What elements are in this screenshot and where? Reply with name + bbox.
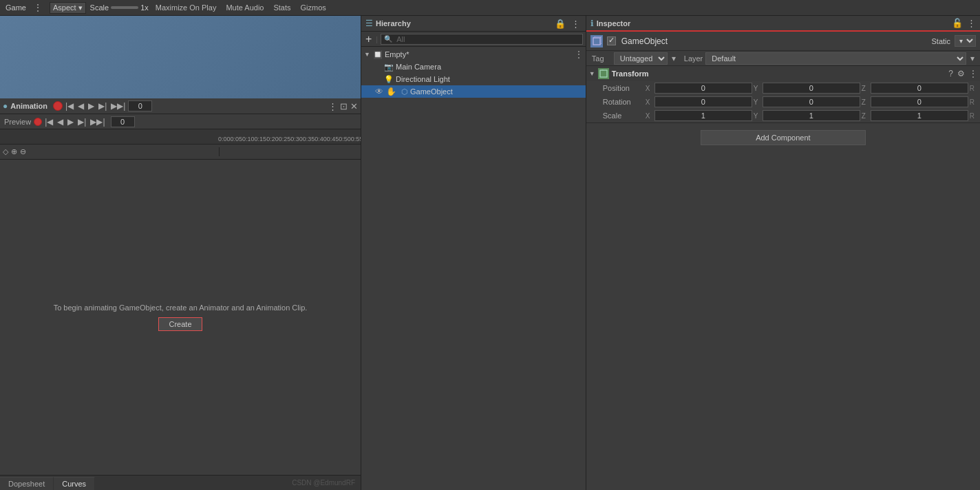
animation-lock-icon[interactable]: ⊡ <box>340 101 348 111</box>
scale-slider[interactable] <box>111 6 138 9</box>
scale-y-group: Y 1 <box>754 110 860 121</box>
top-bar: Game ⋮ Aspect ▾ Scale 1x Maximize On Pla… <box>0 0 980 16</box>
anim-back-button[interactable]: ◀ <box>76 102 85 110</box>
preview-forward-end-button[interactable]: ▶▶| <box>89 118 106 126</box>
animation-time-input[interactable]: 0 <box>128 100 152 111</box>
preview-record-button[interactable] <box>34 118 42 126</box>
gameobject-label: GameObject <box>410 87 453 96</box>
inspector-title: Inspector <box>597 19 631 28</box>
preview-play-button[interactable]: ▶ <box>66 118 75 126</box>
visibility-icons: 👁 ✋ <box>375 87 396 96</box>
position-field: Position X 0 Y 0 Z 0 R <box>586 81 980 95</box>
scale-reset-button[interactable]: R <box>968 112 976 120</box>
anim-play-button[interactable]: ▶ <box>87 102 96 110</box>
static-dropdown[interactable]: ▾ <box>955 35 976 47</box>
animation-header: ● Animation |◀ ◀ ▶ ▶| ▶▶| 0 ⋮ ⊡ ✕ <box>0 98 361 114</box>
create-button[interactable]: Create <box>158 317 202 331</box>
game-viewport <box>0 16 361 98</box>
scale-x-input[interactable]: 1 <box>654 110 752 121</box>
rotation-label: Rotation <box>603 98 646 106</box>
preview-forward-button[interactable]: ▶| <box>76 118 87 126</box>
position-y-input[interactable]: 0 <box>763 83 860 94</box>
hierarchy-lock-icon[interactable]: 🔒 <box>553 19 567 29</box>
menu-dots[interactable]: ⋮ <box>33 2 43 13</box>
inspector-header: ℹ Inspector 🔓 ⋮ <box>586 16 980 32</box>
hierarchy-search-input[interactable] <box>394 34 579 44</box>
ruler-mark-0: 0:00 <box>218 136 231 142</box>
tag-layer-row: Tag Untagged ▾ Layer Default ▾ <box>586 51 980 66</box>
gizmos-button[interactable]: Gizmos <box>298 3 329 12</box>
transform-menu-icon[interactable]: ⋮ <box>969 69 977 78</box>
hierarchy-panel-header: ☰ Hierarchy 🔒 ⋮ <box>361 16 586 32</box>
add-component-row: Add Component <box>586 123 980 152</box>
inspector-lock-icon[interactable]: 🔓 <box>952 18 963 28</box>
mute-audio-button[interactable]: Mute Audio <box>223 3 266 12</box>
rotation-reset-button[interactable]: R <box>968 98 976 106</box>
rotation-x-input[interactable]: 0 <box>654 96 752 107</box>
hierarchy-header-icons: 🔒 ⋮ <box>553 19 582 29</box>
gameobject-icon: ⬡ <box>401 87 408 96</box>
scale-x-group: X 1 <box>646 110 752 121</box>
gameobject-active-checkbox[interactable] <box>607 36 616 45</box>
maximize-on-play-button[interactable]: Maximize On Play <box>153 3 220 12</box>
hierarchy-add-button[interactable]: + <box>364 33 373 45</box>
anim-forward-button[interactable]: ▶| <box>97 102 108 110</box>
anim-forward-end-button[interactable]: ▶▶| <box>109 102 127 110</box>
svg-rect-6 <box>600 70 607 77</box>
camera-icon: 📷 <box>384 63 394 72</box>
diamond-add-icon[interactable]: ◇ <box>3 147 8 156</box>
anim-back-start-button[interactable]: |◀ <box>64 102 75 110</box>
animation-menu-icon[interactable]: ⋮ <box>328 101 337 111</box>
aspect-dropdown[interactable]: Aspect ▾ <box>50 2 86 14</box>
transform-settings-icon[interactable]: ⚙ <box>957 69 965 78</box>
animation-close-icon[interactable]: ✕ <box>350 101 358 111</box>
transform-header[interactable]: ▼ Transform ? ⚙ ⋮ <box>586 66 980 81</box>
preview-back-button[interactable]: ◀ <box>56 118 65 126</box>
ruler-mark-50: 0:50 <box>339 136 351 142</box>
scale-z-input[interactable]: 1 <box>871 110 968 121</box>
rotation-z-label: Z <box>862 98 870 106</box>
record-button[interactable] <box>53 101 63 111</box>
add-component-button[interactable]: Add Component <box>701 130 866 145</box>
rotation-x-label: X <box>646 98 654 106</box>
gameobject-name-input[interactable]: GameObject <box>620 36 928 47</box>
ruler-mark-40: 0:40 <box>315 136 327 142</box>
hand-icon[interactable]: ✋ <box>386 87 396 96</box>
hierarchy-more-icon[interactable]: ⋮ <box>575 50 583 59</box>
curves-tab[interactable]: Curves <box>54 477 95 490</box>
inspector-panel: ℹ Inspector 🔓 ⋮ GameObject Sta <box>586 16 980 490</box>
hierarchy-item-scene[interactable]: ▼ 🔲 Empty* ⋮ <box>361 48 586 61</box>
eye-icon[interactable]: 👁 <box>375 87 383 96</box>
left-panel: ● Animation |◀ ◀ ▶ ▶| ▶▶| 0 ⋮ ⊡ ✕ <box>0 16 361 490</box>
camera-label: Main Camera <box>396 63 441 71</box>
minus-key-icon[interactable]: ⊖ <box>20 147 26 156</box>
tag-dropdown[interactable]: Untagged <box>614 52 668 65</box>
chevron-down-icon: ▾ <box>78 3 83 12</box>
hierarchy-item-directional-light[interactable]: 💡 Directional Light <box>361 73 586 85</box>
position-reset-button[interactable]: R <box>968 85 976 92</box>
hierarchy-panel: ☰ Hierarchy 🔒 ⋮ + | 🔍 All ▼ 🔲 Empty* <box>361 16 586 490</box>
preview-time-input[interactable] <box>111 116 135 127</box>
scale-x-label: X <box>646 112 654 120</box>
watermark: CSDN @EdmundRF <box>292 479 355 487</box>
hierarchy-menu-icon[interactable]: ⋮ <box>570 19 582 29</box>
position-z-input[interactable]: 0 <box>871 83 968 94</box>
scale-y-input[interactable]: 1 <box>763 110 860 121</box>
transform-help-icon[interactable]: ? <box>948 69 953 78</box>
layer-dropdown[interactable]: Default <box>705 52 966 65</box>
rotation-z-input[interactable]: 0 <box>871 96 968 107</box>
dopesheet-tab[interactable]: Dopesheet <box>0 477 54 490</box>
stats-button[interactable]: Stats <box>270 3 293 12</box>
plus-key-icon[interactable]: ⊕ <box>11 147 17 156</box>
inspector-menu-icon[interactable]: ⋮ <box>967 18 976 28</box>
rotation-y-input[interactable]: 0 <box>763 96 860 107</box>
preview-back-start-button[interactable]: |◀ <box>43 118 54 126</box>
hierarchy-item-gameobject[interactable]: 👁 ✋ ⬡ GameObject <box>361 85 586 98</box>
hierarchy-item-main-camera[interactable]: 📷 Main Camera <box>361 61 586 73</box>
gameobject-cube-icon <box>590 35 603 47</box>
position-x-input[interactable]: 0 <box>654 83 752 94</box>
ruler-mark-15: 0:15 <box>255 136 267 142</box>
transform-name: Transform <box>612 70 946 78</box>
add-keys-row: ◇ ⊕ ⊖ <box>0 145 361 160</box>
preview-row: Preview |◀ ◀ ▶ ▶| ▶▶| <box>0 114 361 129</box>
